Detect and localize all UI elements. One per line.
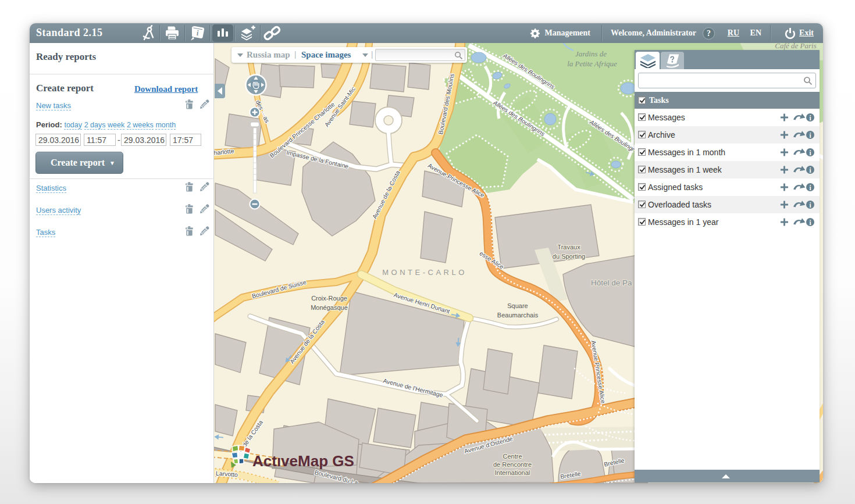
svg-text:Centre: Centre (503, 453, 522, 460)
svg-text:Square: Square (507, 302, 528, 309)
svg-text:Hôtel de Pa: Hôtel de Pa (591, 278, 632, 287)
svg-text:Monégasque: Monégasque (311, 304, 348, 311)
svg-text:International: International (495, 469, 530, 476)
svg-text:la Petite Afrique: la Petite Afrique (567, 59, 617, 68)
svg-text:de Rencontre: de Rencontre (493, 461, 532, 468)
svg-text:Jardins de: Jardins de (575, 49, 607, 58)
svg-text:MONTE-CARLO: MONTE-CARLO (382, 268, 467, 277)
svg-text:du Sporting: du Sporting (553, 253, 585, 260)
svg-text:Beaumarchais: Beaumarchais (497, 312, 539, 319)
svg-text:Travaux: Travaux (557, 244, 580, 251)
svg-text:Café de Paris: Café de Paris (775, 43, 817, 50)
svg-text:Croix-Rouge: Croix-Rouge (311, 295, 347, 302)
